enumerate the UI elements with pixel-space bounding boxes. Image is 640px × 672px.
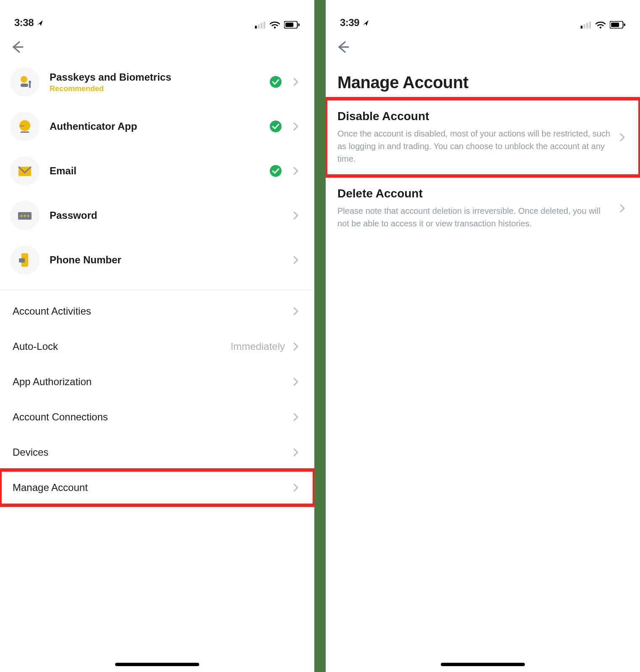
row-app-authorization[interactable]: App Authorization bbox=[0, 364, 314, 399]
page-title: Manage Account bbox=[326, 56, 640, 99]
chevron-right-icon bbox=[618, 204, 628, 213]
security-item-text: Passkeys and Biometrics Recommended bbox=[50, 71, 260, 93]
manage-item-disable-account[interactable]: Disable Account Once the account is disa… bbox=[326, 99, 640, 176]
chevron-right-icon bbox=[292, 448, 302, 457]
check-icon bbox=[270, 165, 282, 177]
location-icon bbox=[36, 19, 44, 27]
chevron-right-icon bbox=[292, 412, 302, 422]
security-item-title: Password bbox=[50, 209, 282, 222]
security-item-sub: Recommended bbox=[50, 84, 260, 93]
row-auto-lock[interactable]: Auto-Lock Immediately bbox=[0, 329, 314, 364]
row-account-connections[interactable]: Account Connections bbox=[0, 399, 314, 435]
back-button[interactable] bbox=[10, 38, 29, 56]
security-list: Passkeys and Biometrics Recommended Auth… bbox=[0, 56, 314, 282]
cellular-icon bbox=[580, 21, 591, 29]
section-divider bbox=[0, 290, 314, 290]
check-icon bbox=[270, 121, 282, 132]
security-item-text: Phone Number bbox=[50, 254, 282, 266]
battery-icon bbox=[610, 21, 626, 29]
status-bar-left: 3:38 bbox=[0, 6, 314, 29]
security-item-text: Email bbox=[50, 165, 260, 177]
security-item-title: Phone Number bbox=[50, 254, 282, 266]
security-item-text: Password bbox=[50, 209, 282, 222]
wifi-icon bbox=[595, 21, 606, 29]
security-item-title: Passkeys and Biometrics bbox=[50, 71, 260, 84]
chevron-right-icon bbox=[292, 166, 302, 176]
manage-item-title: Delete Account bbox=[337, 187, 611, 200]
vertical-divider bbox=[314, 0, 326, 672]
row-title: Devices bbox=[13, 446, 48, 458]
status-time: 3:38 bbox=[14, 17, 44, 29]
row-value: Immediately bbox=[231, 341, 285, 352]
home-indicator bbox=[441, 663, 525, 666]
password-icon bbox=[10, 201, 40, 230]
status-time: 3:39 bbox=[340, 17, 369, 29]
settings-rows: Account Activities Auto-Lock Immediately… bbox=[0, 294, 314, 505]
status-time-text: 3:39 bbox=[340, 17, 359, 29]
back-button[interactable] bbox=[336, 38, 354, 56]
cellular-icon bbox=[255, 21, 266, 29]
chevron-right-icon bbox=[292, 122, 302, 131]
row-title: Account Connections bbox=[13, 411, 108, 423]
security-item-title: Email bbox=[50, 165, 260, 177]
authenticator-icon bbox=[10, 112, 40, 141]
row-account-activities[interactable]: Account Activities bbox=[0, 294, 314, 329]
arrow-left-icon bbox=[10, 40, 24, 54]
row-devices[interactable]: Devices bbox=[0, 435, 314, 470]
row-title: Auto-Lock bbox=[13, 341, 58, 352]
status-time-text: 3:38 bbox=[14, 17, 34, 29]
email-icon bbox=[10, 156, 40, 186]
security-item-email[interactable]: Email bbox=[0, 149, 314, 193]
wifi-icon bbox=[270, 21, 280, 29]
security-item-password[interactable]: Password bbox=[0, 193, 314, 238]
passkey-icon bbox=[10, 67, 40, 97]
manage-item-delete-account[interactable]: Delete Account Please note that account … bbox=[326, 176, 640, 241]
row-manage-account[interactable]: Manage Account bbox=[0, 470, 314, 505]
chevron-right-icon bbox=[292, 307, 302, 316]
chevron-right-icon bbox=[292, 483, 302, 492]
home-indicator bbox=[115, 663, 199, 666]
row-title: Account Activities bbox=[13, 305, 91, 317]
security-item-phone[interactable]: Phone Number bbox=[0, 238, 314, 282]
chevron-right-icon bbox=[618, 133, 628, 142]
manage-item-title: Disable Account bbox=[337, 110, 611, 123]
manage-list: Disable Account Once the account is disa… bbox=[326, 99, 640, 241]
manage-item-desc: Please note that account deletion is irr… bbox=[337, 205, 611, 230]
security-item-authenticator[interactable]: Authenticator App bbox=[0, 104, 314, 149]
battery-icon bbox=[284, 21, 300, 29]
status-bar-right: 3:39 bbox=[326, 6, 640, 29]
row-title: Manage Account bbox=[13, 482, 88, 494]
manage-item-desc: Once the account is disabled, most of yo… bbox=[337, 127, 611, 165]
arrow-left-icon bbox=[336, 40, 350, 54]
security-item-text: Authenticator App bbox=[50, 120, 260, 133]
manage-account-screen: 3:39 Manage Account Disable Account Once… bbox=[326, 0, 640, 672]
chevron-right-icon bbox=[292, 77, 302, 87]
phone-icon bbox=[10, 245, 40, 275]
chevron-right-icon bbox=[292, 342, 302, 351]
location-icon bbox=[362, 19, 369, 27]
check-icon bbox=[270, 76, 282, 88]
security-item-passkey[interactable]: Passkeys and Biometrics Recommended bbox=[0, 60, 314, 104]
chevron-right-icon bbox=[292, 255, 302, 265]
security-item-title: Authenticator App bbox=[50, 120, 260, 133]
chevron-right-icon bbox=[292, 211, 302, 220]
chevron-right-icon bbox=[292, 377, 302, 386]
row-title: App Authorization bbox=[13, 376, 92, 388]
settings-security-screen: 3:38 Passkeys and Biometrics Recommended bbox=[0, 0, 314, 672]
